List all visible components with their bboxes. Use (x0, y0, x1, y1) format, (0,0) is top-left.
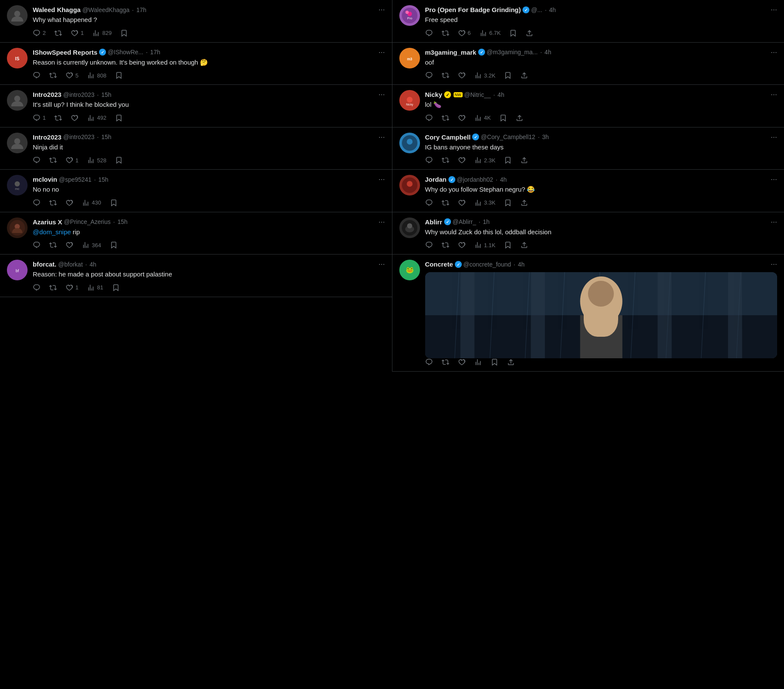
more-options-button[interactable]: ··· (771, 5, 777, 14)
reply-action[interactable] (425, 199, 433, 207)
views-action[interactable]: 6.7K (479, 29, 501, 37)
display-name[interactable]: IShowSpeed Reports (33, 49, 97, 56)
reply-action[interactable] (33, 156, 40, 164)
bookmark-action[interactable] (115, 71, 123, 79)
display-name[interactable]: Intro2023 (33, 133, 62, 141)
share-action[interactable] (520, 199, 528, 207)
bookmark-action[interactable] (120, 29, 128, 37)
more-options-button[interactable]: ··· (378, 217, 385, 227)
more-options-button[interactable]: ··· (771, 133, 777, 142)
retweet-action[interactable] (442, 241, 449, 249)
retweet-action[interactable] (49, 156, 57, 164)
like-action[interactable]: 1 (65, 156, 78, 164)
like-action[interactable] (458, 114, 466, 122)
retweet-action[interactable] (49, 71, 57, 79)
bookmark-action[interactable] (504, 199, 512, 207)
like-action[interactable] (458, 241, 466, 249)
more-options-button[interactable]: ··· (771, 217, 777, 227)
reply-action[interactable] (33, 71, 40, 79)
views-action[interactable]: 808 (87, 71, 106, 79)
views-action[interactable]: 2.3K (474, 156, 496, 164)
display-name[interactable]: mclovin (33, 176, 57, 183)
reply-action[interactable] (33, 284, 40, 292)
retweet-action[interactable] (54, 29, 62, 37)
retweet-action[interactable] (442, 114, 449, 122)
retweet-action[interactable] (49, 284, 57, 292)
display-name[interactable]: Concrete (425, 261, 453, 268)
display-name[interactable]: Nicky (425, 91, 442, 98)
reply-action[interactable] (425, 29, 433, 37)
views-action[interactable]: 3.3K (474, 199, 496, 207)
views-action[interactable]: 430 (82, 199, 101, 207)
reply-action[interactable] (425, 71, 433, 79)
views-action[interactable]: 4K (474, 114, 491, 122)
bookmark-action[interactable] (509, 29, 517, 37)
more-options-button[interactable]: ··· (378, 175, 385, 184)
reply-action[interactable] (33, 199, 40, 207)
bookmark-action[interactable] (115, 156, 123, 164)
bookmark-action[interactable] (491, 358, 498, 366)
views-action[interactable]: 3.2K (474, 71, 496, 79)
retweet-action[interactable] (54, 114, 62, 122)
display-name[interactable]: Jordan (425, 176, 447, 183)
more-options-button[interactable]: ··· (378, 133, 385, 142)
display-name[interactable]: bforcat. (33, 261, 56, 268)
retweet-action[interactable] (442, 29, 449, 37)
display-name[interactable]: Waleed Khagga (33, 6, 81, 13)
display-name[interactable]: m3gaming_mark (425, 49, 476, 56)
display-name[interactable]: Azarius X (33, 218, 62, 226)
share-action[interactable] (516, 114, 523, 122)
share-action[interactable] (520, 241, 528, 249)
reply-action[interactable]: 1 (33, 114, 46, 122)
like-action[interactable] (65, 199, 73, 207)
more-options-button[interactable]: ··· (771, 90, 777, 99)
share-action[interactable] (507, 358, 515, 366)
share-action[interactable] (526, 29, 533, 37)
like-action[interactable]: 1 (71, 29, 84, 37)
like-action[interactable]: 5 (65, 71, 78, 79)
bookmark-action[interactable] (504, 71, 512, 79)
like-action[interactable]: 1 (65, 284, 78, 292)
reply-action[interactable] (425, 114, 433, 122)
like-action[interactable] (458, 156, 466, 164)
reply-action[interactable] (425, 156, 433, 164)
display-name[interactable]: Ablirr (425, 218, 442, 226)
retweet-action[interactable] (442, 71, 449, 79)
display-name[interactable]: Intro2023 (33, 91, 62, 98)
more-options-button[interactable]: ··· (771, 260, 777, 269)
retweet-action[interactable] (442, 199, 449, 207)
retweet-action[interactable] (49, 241, 57, 249)
bookmark-action[interactable] (499, 114, 507, 122)
bookmark-action[interactable] (110, 199, 118, 207)
like-action[interactable] (458, 199, 466, 207)
like-action[interactable] (458, 71, 466, 79)
reply-action[interactable] (425, 241, 433, 249)
reply-action[interactable] (425, 358, 433, 366)
more-options-button[interactable]: ··· (378, 260, 385, 269)
views-action[interactable]: 364 (82, 241, 101, 249)
reply-action[interactable]: 2 (33, 29, 46, 37)
share-action[interactable] (520, 156, 528, 164)
bookmark-action[interactable] (504, 156, 512, 164)
bookmark-action[interactable] (110, 241, 118, 249)
bookmark-action[interactable] (504, 241, 512, 249)
like-action[interactable] (458, 358, 466, 366)
retweet-action[interactable] (442, 156, 449, 164)
views-action[interactable]: 1.1K (474, 241, 496, 249)
bookmark-action[interactable] (112, 284, 120, 292)
views-action[interactable]: 528 (87, 156, 106, 164)
like-action[interactable] (71, 114, 78, 122)
views-action[interactable]: 81 (87, 284, 103, 292)
display-name[interactable]: Cory Campbell (425, 133, 471, 141)
mention-link[interactable]: @dom_snipe (33, 228, 71, 236)
display-name[interactable]: Pro (Open For Badge Grinding) (425, 6, 521, 13)
reply-action[interactable] (33, 241, 40, 249)
more-options-button[interactable]: ··· (771, 175, 777, 184)
views-action[interactable] (474, 358, 482, 366)
more-options-button[interactable]: ··· (378, 90, 385, 99)
views-action[interactable]: 829 (92, 29, 112, 37)
retweet-action[interactable] (49, 199, 57, 207)
more-options-button[interactable]: ··· (378, 5, 385, 14)
more-options-button[interactable]: ··· (771, 48, 777, 57)
like-action[interactable] (65, 241, 73, 249)
